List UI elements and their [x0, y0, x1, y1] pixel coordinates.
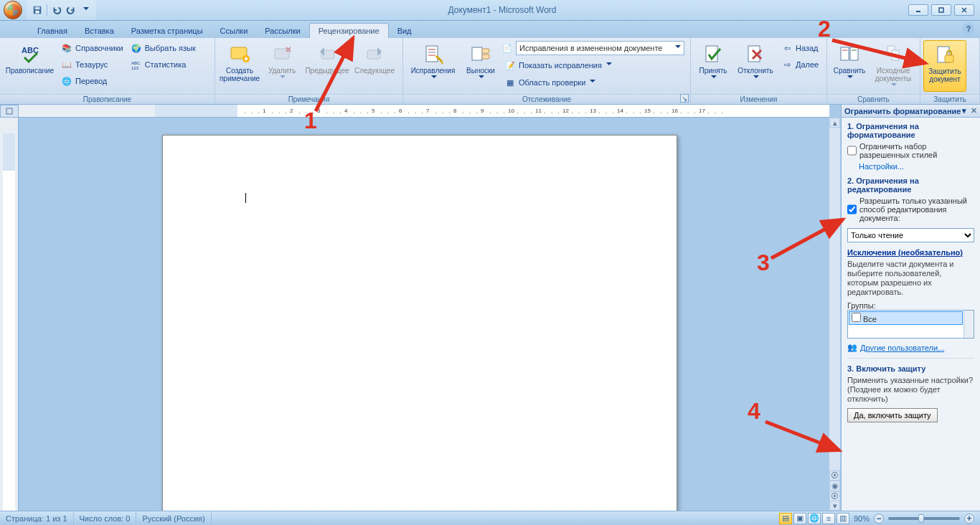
accept-icon — [702, 43, 725, 66]
section-2-title: 2. Ограничения на редактирование — [847, 176, 974, 194]
users-icon: 👥 — [847, 343, 857, 352]
new-comment-button[interactable]: Создатьпримечание — [218, 40, 261, 92]
protect-icon — [933, 44, 956, 67]
editing-restriction-dropdown[interactable]: Только чтение — [847, 228, 974, 242]
qat-customize-icon[interactable] — [79, 4, 92, 16]
zoom-in-button[interactable]: + — [964, 514, 974, 524]
group-changes: Принять Отклонить ⇦Назад ⇨Далее Изменени… — [691, 38, 827, 104]
group-tracking: Исправления Выноски 📄 Исправления в изме… — [403, 38, 691, 104]
group-changes-label: Изменения — [691, 94, 826, 104]
task-pane-close-icon[interactable]: ✕ — [971, 106, 977, 115]
limit-formatting-checkbox[interactable]: Ограничить набор разрешенных стилей — [847, 142, 974, 159]
delete-comment-button[interactable]: Удалить — [263, 40, 301, 92]
office-button[interactable] — [1, 0, 24, 21]
help-icon[interactable]: ? — [963, 23, 974, 34]
quick-access-toolbar — [27, 0, 96, 20]
browse-object-icon[interactable]: ◉ — [829, 481, 840, 491]
save-icon[interactable] — [31, 4, 44, 16]
tab-view[interactable]: Вид — [389, 24, 420, 38]
reviewing-pane-icon: ▦ — [504, 77, 516, 88]
svg-rect-17 — [472, 47, 482, 60]
view-print-layout-icon[interactable]: ▤ — [779, 513, 792, 524]
svg-rect-2 — [35, 11, 39, 14]
vertical-ruler[interactable] — [0, 118, 19, 511]
show-source-button[interactable]: Исходныедокументы — [870, 40, 916, 92]
compare-icon — [838, 43, 861, 66]
close-button[interactable] — [954, 4, 974, 16]
word-count-button[interactable]: ABC123Статистика — [128, 57, 199, 72]
undo-icon[interactable] — [50, 4, 63, 16]
view-web-layout-icon[interactable]: 🌐 — [808, 513, 821, 524]
exceptions-heading: Исключения (необязательно) — [847, 248, 974, 257]
allow-only-checkbox[interactable]: Разрешить только указанный способ редакт… — [847, 197, 974, 222]
show-markup-button[interactable]: 📝Показать исправления — [501, 57, 684, 73]
zoom-out-button[interactable]: − — [874, 514, 884, 524]
svg-text:123: 123 — [131, 66, 139, 70]
document-viewport[interactable] — [19, 118, 829, 511]
display-for-review-dropdown[interactable]: 📄 Исправления в измененном документе — [501, 40, 684, 56]
group-compare-label: Сравнить — [827, 94, 920, 104]
previous-change-button[interactable]: ⇦Назад — [778, 40, 821, 56]
reviewing-pane-button[interactable]: ▦Область проверки — [501, 75, 684, 90]
vertical-scrollbar[interactable]: ▴ ⦿ ◉ ⦿ ▾ — [829, 118, 840, 511]
tab-review[interactable]: Рецензирование — [309, 23, 389, 38]
status-bar: Страница: 1 из 1 Число слов: 0 Русский (… — [0, 511, 980, 525]
tab-home[interactable]: Главная — [29, 24, 76, 38]
section-3-title: 3. Включить защиту — [847, 364, 974, 373]
svg-rect-22 — [841, 47, 849, 60]
groups-listbox[interactable]: Все — [847, 310, 974, 339]
status-page[interactable]: Страница: 1 из 1 — [0, 511, 74, 525]
scroll-down-icon[interactable]: ▾ — [829, 501, 840, 511]
tab-page-layout[interactable]: Разметка страницы — [123, 24, 212, 38]
compare-button[interactable]: Сравнить — [830, 40, 869, 92]
document-page[interactable] — [162, 135, 677, 511]
tracking-launcher-icon[interactable]: ↘ — [680, 94, 689, 103]
prev-page-icon[interactable]: ⦿ — [829, 470, 840, 481]
research-button[interactable]: 📚Справочники — [58, 40, 126, 56]
tab-insert[interactable]: Вставка — [76, 24, 123, 38]
groups-label: Группы: — [847, 301, 974, 310]
enable-protection-button[interactable]: Да, включить защиту — [847, 408, 938, 422]
zoom-slider[interactable] — [888, 517, 960, 520]
thesaurus-button[interactable]: 📖Тезаурус — [58, 57, 126, 72]
horizontal-ruler[interactable]: 2···1······1···2···3···4···5···6···7···8… — [19, 105, 829, 118]
status-word-count[interactable]: Число слов: 0 — [74, 511, 137, 525]
set-language-button[interactable]: 🌍Выбрать язык — [128, 40, 199, 56]
delete-comment-icon — [270, 43, 293, 66]
next-comment-button[interactable]: Следующее — [353, 40, 396, 92]
ruler-corner[interactable] — [0, 105, 19, 118]
scroll-up-icon[interactable]: ▴ — [829, 118, 840, 128]
accept-button[interactable]: Принять — [694, 40, 732, 92]
spelling-button[interactable]: ABC Правописание — [3, 40, 57, 92]
previous-comment-button[interactable]: Предыдущее — [303, 40, 352, 92]
svg-rect-29 — [945, 55, 953, 62]
track-changes-button[interactable]: Исправления — [406, 40, 460, 92]
view-outline-icon[interactable]: ≡ — [822, 513, 835, 524]
protect-document-button[interactable]: Защититьдокумент — [923, 40, 966, 92]
status-language[interactable]: Русский (Россия) — [136, 511, 211, 525]
svg-rect-30 — [6, 108, 12, 114]
group-comments-label: Примечания — [215, 94, 402, 104]
svg-rect-18 — [482, 49, 489, 53]
translate-button[interactable]: 🌐Перевод — [58, 73, 126, 89]
more-users-link[interactable]: 👥Другие пользователи... — [847, 343, 974, 352]
text-cursor — [245, 193, 246, 203]
zoom-level[interactable]: 90% — [854, 514, 870, 523]
tab-mailings[interactable]: Рассылки — [256, 24, 308, 38]
redo-icon[interactable] — [65, 4, 77, 16]
balloons-icon — [469, 43, 492, 66]
balloons-button[interactable]: Выноски — [461, 40, 500, 92]
svg-rect-1 — [35, 7, 40, 10]
view-draft-icon[interactable]: ▥ — [837, 513, 849, 524]
tab-references[interactable]: Ссылки — [212, 24, 257, 38]
next-change-button[interactable]: ⇨Далее — [778, 57, 821, 72]
ribbon-tabs: Главная Вставка Разметка страницы Ссылки… — [0, 21, 980, 38]
maximize-button[interactable] — [931, 4, 951, 16]
minimize-button[interactable] — [908, 4, 928, 16]
view-full-screen-icon[interactable]: ▣ — [793, 513, 806, 524]
next-page-icon[interactable]: ⦿ — [829, 491, 840, 501]
reject-button[interactable]: Отклонить — [734, 40, 777, 92]
section-3-description: Применить указанные настройки? (Позднее … — [847, 376, 974, 404]
settings-link[interactable]: Настройки... — [859, 162, 974, 171]
group-proofing: ABC Правописание 📚Справочники 📖Тезаурус … — [0, 38, 215, 104]
